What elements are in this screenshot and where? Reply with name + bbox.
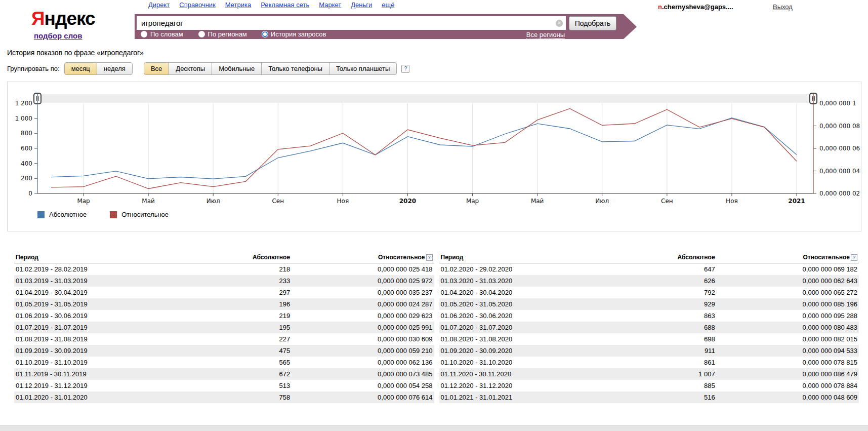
relative-help-icon[interactable]: ? [851,254,857,261]
yandex-logo-rest: ндекс [45,8,95,29]
cell-absolute: 516 [623,391,717,403]
svg-text:2020: 2020 [399,198,416,205]
cell-absolute: 885 [623,380,717,391]
table-body: 01.02.2019 - 28.02.20192180,000 000 025 … [14,263,434,404]
period-table-2019: ПериодАбсолютноеОтносительное? 01.02.201… [14,252,434,403]
svg-text:1 000: 1 000 [15,115,32,122]
search-mode-label: По словам [150,30,183,38]
cell-relative: 0,000 000 065 272 [717,287,859,298]
svg-text:0,000 000 04: 0,000 000 04 [819,168,860,175]
cell-absolute: 688 [623,322,717,333]
cell-absolute: 698 [623,333,717,345]
nav-link-2[interactable]: Справочник [179,1,216,9]
device-filter-group: ВсеДесктопыМобильныеТолько телефоныТольк… [144,62,397,75]
wordstat-link[interactable]: подбор слов [34,31,82,40]
yandex-logo-letter: Я [31,8,45,29]
yandex-logo[interactable]: Яндекс [31,8,95,29]
cell-absolute: 233 [198,275,292,287]
all-regions-link[interactable]: Все регионы [526,31,565,39]
table-row: 01.07.2019 - 31.07.20191950,000 000 025 … [14,322,434,333]
cell-period: 01.01.2021 - 31.01.2021 [439,391,623,403]
table-row: 01.09.2019 - 30.09.20194750,000 000 059 … [14,345,434,357]
cell-absolute: 227 [198,333,292,345]
cell-absolute: 672 [198,368,292,380]
column-header: Абсолютное [198,252,292,263]
cell-period: 01.12.2019 - 31.12.2019 [14,380,198,391]
cell-absolute: 219 [198,310,292,322]
cell-absolute: 565 [198,357,292,368]
device-filter-button-4[interactable]: Только телефоны [261,62,329,75]
submit-button[interactable]: Подобрать [569,16,616,30]
cell-relative: 0,000 000 024 287 [292,298,434,310]
legend-item-2: Относительное [110,211,169,218]
group-by-button-2[interactable]: неделя [97,62,133,75]
cell-relative: 0,000 000 078 884 [717,380,859,391]
nav-link-4[interactable]: Рекламная сеть [261,1,309,9]
relative-help-icon[interactable]: ? [426,254,433,261]
cell-period: 01.06.2020 - 30.06.2020 [439,310,623,322]
table-row: 01.02.2019 - 28.02.20192180,000 000 025 … [14,263,434,276]
nav-link-7[interactable]: ещё [382,1,394,9]
cell-absolute: 513 [198,380,292,391]
cell-relative: 0,000 000 085 196 [717,298,859,310]
chart-plot: МарМайИюлСенНоя2020МарМайИюлСенНоя202102… [8,82,861,209]
svg-text:Май: Май [531,198,544,205]
cell-relative: 0,000 000 062 136 [292,357,434,368]
table-body: 01.02.2020 - 29.02.20206470,000 000 069 … [439,263,859,404]
svg-text:800: 800 [21,130,32,137]
device-filter-button-1[interactable]: Все [144,62,169,75]
device-filter-help-icon[interactable]: ? [401,65,409,73]
legend-swatch-icon [37,211,45,218]
device-filter-button-2[interactable]: Десктопы [169,62,212,75]
nav-link-1[interactable]: Директ [148,1,170,9]
search-form-arrow [624,14,637,39]
device-filter-button-5[interactable]: Только планшеты [329,62,397,75]
cell-period: 01.11.2020 - 30.11.2020 [439,368,623,380]
cell-period: 01.05.2020 - 31.05.2020 [439,298,623,310]
cell-relative: 0,000 000 030 609 [292,333,434,345]
cell-absolute: 195 [198,322,292,333]
svg-text:Мар: Мар [466,198,479,205]
cell-absolute: 758 [198,391,292,403]
nav-link-6[interactable]: Деньги [351,1,372,9]
search-mode-1[interactable]: По словам [141,30,183,38]
cell-absolute: 792 [623,287,717,298]
cell-period: 01.10.2020 - 31.10.2020 [439,357,623,368]
table-row: 01.02.2020 - 29.02.20206470,000 000 069 … [439,263,859,276]
search-form: × Подобрать По словамПо регионамИстория … [135,14,624,39]
svg-text:Июл: Июл [595,198,609,205]
history-chart: МарМайИюлСенНоя2020МарМайИюлСенНоя202102… [7,82,861,231]
table-row: 01.12.2020 - 31.12.20208850,000 000 078 … [439,380,859,391]
table-row: 01.01.2020 - 31.01.20207580,000 000 076 … [14,391,434,403]
nav-link-3[interactable]: Метрика [225,1,251,9]
search-mode-3[interactable]: История запросов [262,30,326,38]
search-mode-2[interactable]: По регионам [198,30,247,38]
table-row: 01.04.2019 - 30.04.20192970,000 000 035 … [14,287,434,298]
user-email-first-letter: n [658,3,662,11]
group-by-label: Группировать по: [7,65,60,72]
cell-absolute: 196 [198,298,292,310]
cell-period: 01.09.2019 - 30.09.2019 [14,345,198,357]
user-email[interactable]: n.chernysheva@gaps.... [658,3,733,11]
cell-period: 01.10.2019 - 31.10.2019 [14,357,198,368]
logout-link[interactable]: Выход [773,3,793,11]
table-row: 01.08.2019 - 31.08.20192270,000 000 030 … [14,333,434,345]
group-by-button-1[interactable]: месяц [64,62,97,75]
svg-text:Сен: Сен [661,198,673,205]
device-filter-button-3[interactable]: Мобильные [212,62,262,75]
table-row: 01.03.2020 - 31.03.20206260,000 000 062 … [439,275,859,287]
cell-relative: 0,000 000 059 210 [292,345,434,357]
svg-text:1 200: 1 200 [15,100,32,107]
radio-icon [141,31,147,37]
search-input[interactable] [137,16,566,30]
search-mode-label: История запросов [271,30,326,38]
cell-relative: 0,000 000 086 479 [717,368,859,380]
clear-input-icon[interactable]: × [556,20,563,27]
nav-link-5[interactable]: Маркет [319,1,341,9]
cell-period: 01.07.2019 - 31.07.2019 [14,322,198,333]
svg-text:Май: Май [142,198,155,205]
period-tables: ПериодАбсолютноеОтносительное? 01.02.201… [14,252,859,403]
radio-icon [262,31,268,37]
svg-text:0,000 000 06: 0,000 000 06 [819,145,860,152]
svg-text:Июл: Июл [206,198,220,205]
